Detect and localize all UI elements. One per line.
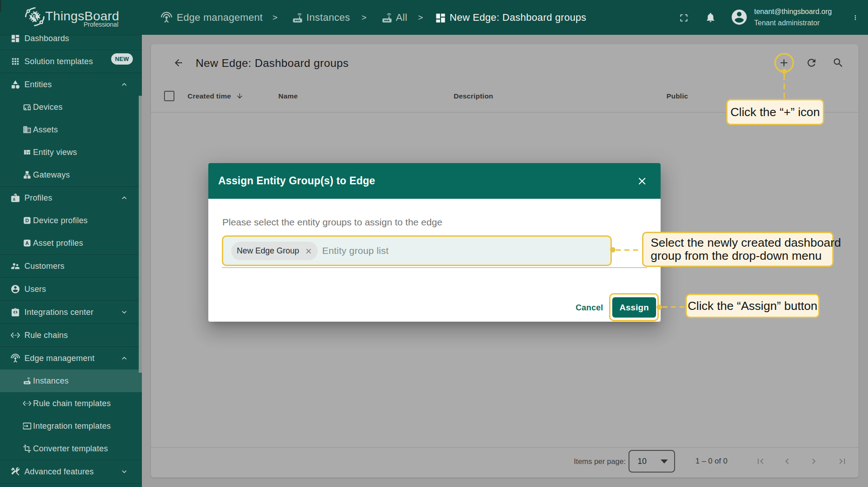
svg-text:D: D: [25, 218, 29, 223]
svg-text:A: A: [25, 240, 29, 246]
